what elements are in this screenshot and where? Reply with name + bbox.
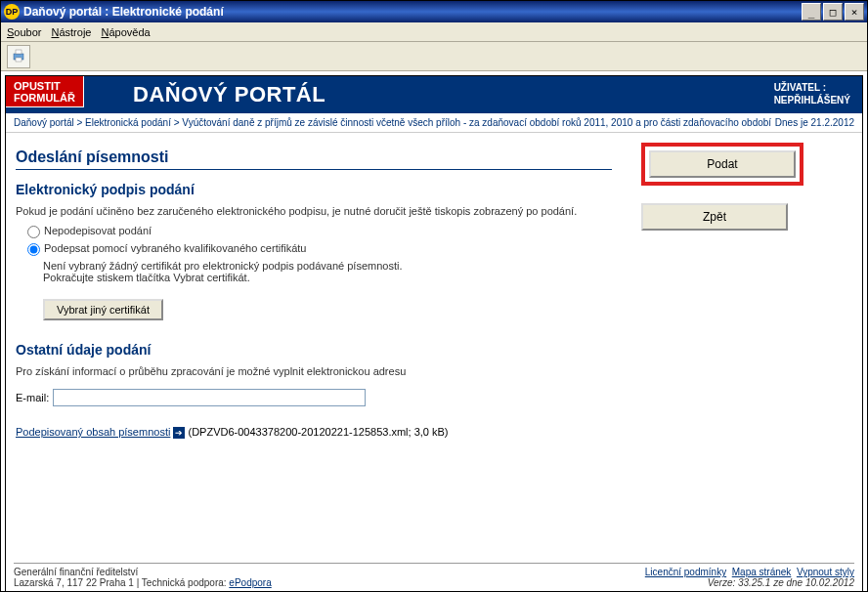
portal-header: OPUSTIT FORMULÁŘ DAŇOVÝ PORTÁL UŽIVATEL …	[6, 76, 862, 113]
exit-line2: FORMULÁŘ	[14, 92, 75, 104]
breadcrumb-item-0[interactable]: Daňový portál	[14, 117, 74, 128]
page-title: Odeslání písemnosti	[16, 148, 612, 170]
user-status: NEPŘIHLÁŠENÝ	[774, 94, 850, 106]
app-icon: DP	[4, 4, 20, 20]
radio-signed-label[interactable]: Podepsat pomocí vybraného kvalifikovanéh…	[44, 242, 306, 254]
menu-napoveda[interactable]: Nápověda	[101, 26, 150, 38]
sitemap-link[interactable]: Mapa stránek	[732, 567, 792, 577]
radio-unsigned-label[interactable]: Nepodepisovat podání	[44, 225, 152, 236]
support-link[interactable]: ePodpora	[229, 577, 271, 588]
licence-link[interactable]: Licenční podmínky	[645, 567, 726, 577]
user-label: UŽIVATEL :	[774, 81, 850, 94]
portal-title: DAŇOVÝ PORTÁL	[133, 82, 326, 107]
email-field[interactable]	[53, 389, 366, 406]
select-cert-button[interactable]: Vybrat jiný certifikát	[43, 299, 163, 320]
submit-highlight: Podat	[641, 143, 803, 186]
version-text: Verze: 33.25.1 ze dne 10.02.2012	[645, 577, 854, 588]
window-title: Daňový portál : Elektronické podání	[23, 5, 802, 19]
breadcrumb: Daňový portál > Elektronická podání > Vy…	[14, 117, 771, 128]
cert-note-1: Není vybraný žádný certifikát pro elektr…	[43, 260, 612, 272]
main-form: Odeslání písemnosti Elektronický podpis …	[16, 143, 612, 559]
arrow-icon: ➔	[173, 427, 185, 439]
back-button[interactable]: Zpět	[641, 203, 788, 231]
print-button[interactable]	[7, 45, 30, 68]
minimize-button[interactable]: _	[802, 3, 821, 21]
maximize-button[interactable]: □	[823, 3, 843, 21]
breadcrumb-item-1[interactable]: Elektronická podání	[85, 117, 171, 128]
close-button[interactable]: ×	[845, 3, 864, 21]
footer-org: Generální finanční ředitelství	[14, 567, 272, 577]
signature-section-title: Elektronický podpis podání	[16, 182, 612, 197]
toolbar	[1, 42, 867, 71]
cert-note-2: Pokračujte stiskem tlačítka Vybrat certi…	[43, 272, 612, 283]
signed-content-meta: (DPZVD6-0043378200-20120221-125853.xml; …	[189, 426, 449, 438]
submit-button[interactable]: Podat	[649, 150, 796, 178]
action-panel: Podat Zpět	[641, 143, 807, 559]
other-data-title: Ostatní údaje podání	[16, 342, 612, 358]
exit-line1: OPUSTIT	[14, 80, 75, 92]
radio-signed[interactable]	[27, 243, 40, 256]
breadcrumb-bar: Daňový portál > Elektronická podání > Vy…	[6, 113, 862, 133]
menu-bar: Soubor Nástroje Nápověda	[1, 22, 867, 42]
menu-soubor[interactable]: Soubor	[7, 26, 41, 38]
other-data-body: Pro získání informací o průběhu zpracová…	[16, 365, 612, 377]
email-label: E-mail:	[16, 392, 49, 403]
window-controls: _ □ ×	[802, 3, 864, 21]
footer-right: Licenční podmínky Mapa stránek Vypnout s…	[645, 567, 854, 588]
footer-addr: Lazarská 7, 117 22 Praha 1 | Technická p…	[14, 577, 229, 588]
exit-form-button[interactable]: OPUSTIT FORMULÁŘ	[6, 76, 84, 107]
printer-icon	[11, 48, 26, 65]
footer-left: Generální finanční ředitelství Lazarská …	[14, 567, 272, 588]
content-frame: OPUSTIT FORMULÁŘ DAŇOVÝ PORTÁL UŽIVATEL …	[5, 75, 863, 592]
svg-rect-1	[16, 50, 22, 54]
svg-rect-2	[16, 58, 22, 62]
breadcrumb-item-2[interactable]: Vyúčtování daně z příjmů ze závislé činn…	[182, 117, 771, 128]
current-date: Dnes je 21.2.2012	[775, 117, 854, 128]
user-info: UŽIVATEL : NEPŘIHLÁŠENÝ	[774, 81, 850, 106]
radio-unsigned[interactable]	[27, 226, 40, 238]
window-titlebar: DP Daňový portál : Elektronické podání _…	[1, 1, 867, 22]
menu-nastroje[interactable]: Nástroje	[51, 26, 91, 38]
signed-content-link[interactable]: Podepisovaný obsah písemnosti	[16, 426, 170, 438]
nostyle-link[interactable]: Vypnout styly	[797, 567, 854, 577]
signature-body: Pokud je podání učiněno bez zaručeného e…	[16, 205, 612, 217]
page-footer: Generální finanční ředitelství Lazarská …	[14, 563, 854, 588]
